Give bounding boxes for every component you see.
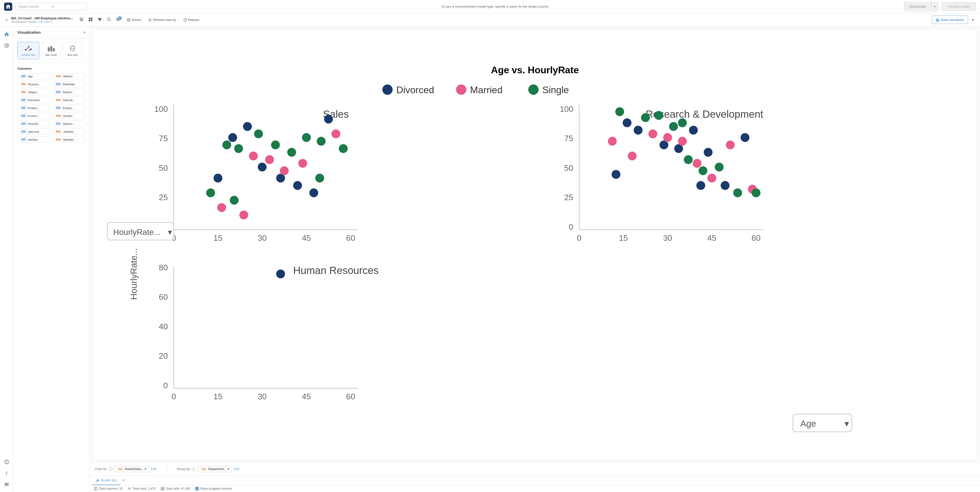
group-by-info-icon[interactable]: i xyxy=(192,467,196,471)
nav-back-icon[interactable] xyxy=(2,468,11,478)
list-view-icon[interactable] xyxy=(77,16,86,24)
svg-text:60: 60 xyxy=(752,233,760,242)
svg-point-66 xyxy=(315,174,324,183)
column-chip-educati---[interactable]: AbcEducati... xyxy=(52,97,86,103)
svg-text:0: 0 xyxy=(172,392,176,401)
svg-rect-2 xyxy=(80,21,83,21)
viz-type-bar[interactable]: Bar chart xyxy=(42,42,61,59)
column-chip-employ---[interactable]: 123Employ... xyxy=(52,105,86,111)
column-chip-hourlyr---[interactable]: 123HourlyR... xyxy=(18,121,51,127)
svg-text:25: 25 xyxy=(159,193,168,202)
extract-button[interactable]: Extract xyxy=(124,17,144,23)
show-dropped-checkbox[interactable] xyxy=(195,487,199,490)
svg-point-111 xyxy=(628,152,637,161)
tab-scatter-plot[interactable]: Scatter plot xyxy=(92,476,120,485)
research-chart: 0 25 50 75 100 0 15 30 45 60 xyxy=(560,104,763,242)
target-column-placeholder: Target column xyxy=(18,5,50,8)
replace-button[interactable]: Replace xyxy=(181,17,202,23)
preview-model-button[interactable]: Preview model xyxy=(942,2,976,11)
legend-divorced-label: Divorced xyxy=(396,84,434,95)
column-chip-distanc---[interactable]: 123Distanc... xyxy=(52,89,86,95)
svg-point-68 xyxy=(206,188,215,197)
grid-view-icon[interactable] xyxy=(86,16,95,24)
svg-point-63 xyxy=(298,159,307,168)
column-chip-employ---[interactable]: 123Employ... xyxy=(18,105,51,111)
column-chip-environ---[interactable]: 123Environ... xyxy=(18,113,51,119)
columns-grid: 123AgeAbcAttritionAbcBusines...123DailyR… xyxy=(18,73,86,143)
quick-build-button[interactable]: Quick build xyxy=(904,3,931,11)
color-by-edit-button[interactable]: Edit xyxy=(151,467,156,471)
search-icon[interactable] xyxy=(105,16,113,24)
svg-point-96 xyxy=(669,122,678,131)
svg-text:25: 25 xyxy=(564,193,573,202)
svg-point-72 xyxy=(317,137,326,146)
svg-point-70 xyxy=(230,196,239,205)
data-visualizer-button[interactable]: Data visualizer xyxy=(932,16,968,24)
columns-title: Columns xyxy=(18,67,86,70)
column-chip-jobrole[interactable]: AbcJobRole xyxy=(52,129,86,135)
svg-point-105 xyxy=(715,162,724,172)
hr-chart: 0 20 40 60 80 0 15 30 45 60 xyxy=(159,263,358,401)
color-by-dropdown[interactable]: Abc MaritalStatu... ▾ xyxy=(115,466,149,472)
chip-type-badge: 123 xyxy=(55,83,62,86)
replace-label: Replace xyxy=(188,18,199,22)
edit-sample-icon[interactable]: ✎ xyxy=(51,20,53,24)
nav-data-icon[interactable] xyxy=(2,41,11,50)
svg-point-27 xyxy=(27,48,28,49)
chart-svg: Age vs. HourlyRate Divorced Married Sing… xyxy=(93,29,977,460)
add-tab-button[interactable]: + xyxy=(120,478,127,483)
group-by-dropdown[interactable]: Abc Department... ▾ xyxy=(198,466,232,472)
svg-point-129 xyxy=(276,270,285,279)
group-by-label: Group by xyxy=(177,467,189,471)
y-axis-label: HourlyRate... xyxy=(129,248,138,300)
column-chip-age[interactable]: 123Age xyxy=(18,73,51,80)
svg-point-55 xyxy=(254,129,263,139)
panel-toggle-icon[interactable]: ≡ xyxy=(4,17,9,23)
svg-point-64 xyxy=(302,133,311,142)
collapse-button[interactable]: ▾ xyxy=(970,16,976,23)
nav-home-icon[interactable] xyxy=(2,30,11,39)
quick-build-dropdown-button[interactable]: ▾ xyxy=(931,3,938,11)
svg-point-116 xyxy=(752,188,760,197)
badge-icon[interactable]: 3 xyxy=(114,16,122,24)
panel-collapse-icon[interactable]: ▾ xyxy=(84,30,86,34)
column-chip-busines---[interactable]: AbcBusines... xyxy=(18,81,51,87)
chip-label: Attrition xyxy=(63,75,73,78)
chip-type-badge: 123 xyxy=(20,138,27,141)
nav-menu-icon[interactable] xyxy=(2,480,11,489)
research-label: Research & Development xyxy=(646,108,763,120)
viz-type-scatter[interactable]: Scatter plot xyxy=(18,42,39,59)
filter-icon[interactable] xyxy=(96,16,104,24)
group-by-dropdown-arrow: ▾ xyxy=(228,467,229,471)
color-by-info-icon[interactable]: i xyxy=(108,467,113,471)
svg-rect-31 xyxy=(48,47,50,51)
column-chip-maritals---[interactable]: AbcMaritalS... xyxy=(52,136,86,143)
svg-text:30: 30 xyxy=(258,392,267,401)
svg-rect-24 xyxy=(5,484,9,485)
column-chip-gender[interactable]: AbcGender xyxy=(52,113,86,119)
svg-point-107 xyxy=(726,140,735,150)
viz-types: Scatter plot Bar chart Box plot xyxy=(13,38,89,63)
legend-single-label: Single xyxy=(542,84,569,95)
column-chip-depart---[interactable]: AbcDepart... xyxy=(18,89,51,95)
viz-type-box[interactable]: Box plot xyxy=(63,42,82,59)
target-column-select[interactable]: Target column ▾ xyxy=(15,3,87,10)
svg-point-89 xyxy=(623,118,632,127)
status-cells: Total cells: 47,040 xyxy=(161,487,190,490)
svg-rect-3 xyxy=(89,18,90,19)
remove-rows-button[interactable]: Remove rows by xyxy=(146,17,178,23)
column-chip-jobsati---[interactable]: 123JobSati... xyxy=(18,136,51,143)
svg-point-54 xyxy=(249,152,258,161)
scatter-plot-label: Scatter plot xyxy=(21,53,35,56)
column-chip-education[interactable]: 123Education xyxy=(18,97,51,103)
sample-rows-link[interactable]: 100 rows xyxy=(38,20,50,23)
svg-text:60: 60 xyxy=(346,392,355,401)
column-chip-jobinvo---[interactable]: 123JobInvo... xyxy=(52,121,86,127)
column-chip-dailyrate[interactable]: 123DailyRate xyxy=(52,81,86,87)
color-by-value: MaritalStatu... xyxy=(125,467,144,471)
column-chip-attrition[interactable]: AbcAttrition xyxy=(52,73,86,80)
chart-title: Age vs. HourlyRate xyxy=(491,65,579,75)
nav-help-icon[interactable] xyxy=(2,457,11,467)
group-by-edit-button[interactable]: Edit xyxy=(234,467,239,471)
column-chip-joblevel[interactable]: 123JobLevel xyxy=(18,129,51,135)
